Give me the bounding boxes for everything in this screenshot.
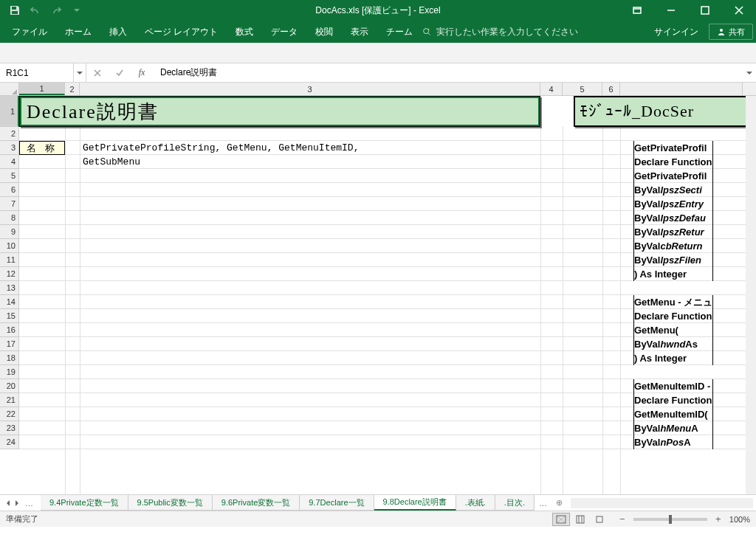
zoom-control[interactable]: − + 100% (617, 513, 750, 525)
name-box-dropdown-icon[interactable] (74, 63, 86, 82)
sheet-tab[interactable]: 9.6Private変数一覧 (213, 495, 300, 511)
tab-team[interactable]: チーム (377, 21, 422, 43)
row-header[interactable]: 6 (0, 183, 19, 197)
row-header[interactable]: 17 (0, 337, 19, 351)
sheet-nav-prev-icon[interactable] (4, 499, 12, 507)
formula-bar-expand-icon[interactable] (743, 70, 756, 76)
window-title: DocAcs.xls [保護ビュー] - Excel (315, 4, 440, 17)
view-page-break-icon[interactable] (591, 513, 608, 526)
title-bar: DocAcs.xls [保護ビュー] - Excel (0, 0, 756, 21)
tab-page-layout[interactable]: ページ レイアウト (136, 21, 227, 43)
formula-input[interactable]: Declare説明書 (153, 66, 743, 79)
view-normal-icon[interactable] (552, 513, 570, 526)
zoom-out-icon[interactable]: − (617, 513, 628, 525)
row-header[interactable]: 5 (0, 169, 19, 183)
row-header[interactable]: 23 (0, 421, 19, 435)
col-header[interactable]: 1 (19, 83, 65, 95)
tab-data[interactable]: データ (262, 21, 306, 43)
label-meisho[interactable]: 名 称 (19, 141, 65, 155)
row-header[interactable]: 10 (0, 239, 19, 253)
row-header[interactable]: 12 (0, 267, 19, 281)
sheet-nav-next-icon[interactable] (13, 499, 21, 507)
title-cell-left[interactable]: Declare説明書 (19, 96, 540, 127)
svg-point-4 (424, 29, 429, 34)
tab-home[interactable]: ホーム (56, 21, 100, 43)
row-header[interactable]: 14 (0, 295, 19, 309)
row-header[interactable]: 2 (0, 127, 19, 141)
title-cell-right[interactable]: ﾓｼﾞｭｰﾙ_DocSer (574, 96, 751, 127)
close-button[interactable] (722, 0, 756, 21)
column-headers[interactable]: 1 2 3 4 5 6 (0, 83, 756, 96)
row-header[interactable]: 1 (0, 96, 19, 127)
row-header[interactable]: 3 (0, 141, 19, 155)
qat-customize-icon[interactable] (68, 1, 86, 19)
sheet-tab[interactable]: .目次. (495, 495, 535, 511)
col-header[interactable]: 4 (540, 83, 563, 95)
save-icon[interactable] (6, 1, 24, 19)
col-header[interactable]: 2 (65, 83, 80, 95)
row-header[interactable]: 9 (0, 225, 19, 239)
col-header[interactable]: 3 (80, 83, 540, 95)
tab-file[interactable]: ファイル (3, 21, 56, 43)
svg-rect-9 (597, 516, 602, 522)
cell-r4c3[interactable]: GetSubMenu (83, 155, 140, 169)
signin-link[interactable]: サインイン (644, 26, 709, 38)
zoom-in-icon[interactable]: + (713, 513, 724, 525)
row-header[interactable]: 24 (0, 435, 19, 449)
sheet-tab[interactable]: 9.7Declare一覧 (300, 495, 374, 511)
row-header[interactable]: 16 (0, 323, 19, 337)
worksheet-grid[interactable]: 1 2 3 4 5 6 1234567891011121314151617181… (0, 83, 756, 494)
select-all-corner[interactable] (0, 83, 19, 95)
tab-insert[interactable]: 挿入 (100, 21, 136, 43)
row-header[interactable]: 15 (0, 309, 19, 323)
tell-me-search[interactable]: 実行したい作業を入力してください (422, 26, 578, 38)
view-page-layout-icon[interactable] (571, 513, 589, 526)
row-header[interactable]: 21 (0, 393, 19, 407)
sheet-nav-more[interactable]: … (22, 499, 36, 508)
enter-icon[interactable] (109, 63, 131, 82)
code-block[interactable]: GetPrivateProfilDeclare FunctionGetPriva… (633, 141, 713, 449)
minimize-button[interactable] (654, 0, 688, 21)
vertical-scrollbar[interactable] (746, 96, 756, 494)
zoom-value[interactable]: 100% (729, 515, 750, 524)
redo-icon[interactable] (47, 1, 65, 19)
row-header[interactable]: 19 (0, 365, 19, 379)
row-header[interactable]: 4 (0, 155, 19, 169)
status-bar: 準備完了 − + 100% (0, 511, 756, 527)
undo-icon[interactable] (27, 1, 44, 19)
tab-view[interactable]: 表示 (342, 21, 377, 43)
col-header[interactable] (620, 83, 743, 95)
ribbon-display-icon[interactable] (620, 0, 654, 21)
row-header[interactable]: 20 (0, 379, 19, 393)
col-header[interactable]: 5 (563, 83, 602, 95)
tab-review[interactable]: 校閲 (306, 21, 342, 43)
cells-area[interactable]: Declare説明書 ﾓｼﾞｭｰﾙ_DocSer 名 称 GetPrivateP… (19, 96, 746, 494)
svg-rect-0 (12, 7, 16, 10)
name-box[interactable]: R1C1 (0, 63, 74, 82)
zoom-slider[interactable] (633, 518, 707, 521)
sheet-nav[interactable]: … (0, 499, 41, 508)
row-header[interactable]: 18 (0, 351, 19, 365)
horizontal-scrollbar[interactable] (571, 498, 753, 508)
svg-point-6 (720, 29, 723, 32)
tab-formulas[interactable]: 数式 (227, 21, 262, 43)
maximize-button[interactable] (688, 0, 722, 21)
sheet-tab[interactable]: 9.4Private定数一覧 (41, 495, 128, 511)
row-headers[interactable]: 123456789101112131415161718192021222324 (0, 96, 19, 449)
row-header[interactable]: 7 (0, 197, 19, 211)
fx-icon[interactable]: fx (131, 63, 153, 82)
sheet-nav-more-right[interactable]: … (535, 499, 551, 508)
cell-r3c3[interactable]: GetPrivateProfileString, GetMenu, GetMen… (83, 141, 359, 155)
row-header[interactable]: 8 (0, 211, 19, 225)
cancel-icon[interactable] (86, 63, 109, 82)
row-header[interactable]: 22 (0, 407, 19, 421)
sheet-tab[interactable]: 9.5Public変数一覧 (128, 495, 213, 511)
new-sheet-button[interactable]: ⊕ (551, 495, 568, 511)
sheet-tab[interactable]: 9.8Declare説明書 (374, 495, 456, 511)
row-header[interactable]: 13 (0, 281, 19, 295)
row-header[interactable]: 11 (0, 253, 19, 267)
window-controls (620, 0, 756, 21)
col-header[interactable]: 6 (602, 83, 620, 95)
share-button[interactable]: 共有 (709, 24, 753, 40)
sheet-tab[interactable]: .表紙. (456, 495, 495, 511)
